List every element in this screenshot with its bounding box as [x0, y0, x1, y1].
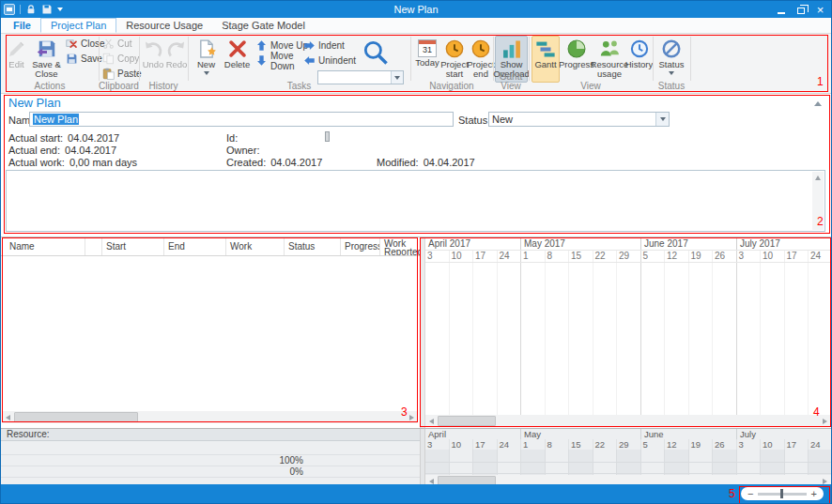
task-grid: Name Start End Work Status Progress Work…	[1, 237, 420, 428]
column-header-work[interactable]: Work	[226, 238, 285, 255]
resource-usage-view-button[interactable]: Resource usage	[593, 36, 625, 83]
description-field[interactable]	[6, 170, 825, 232]
tab-stage-gate-model[interactable]: Stage Gate Model	[212, 18, 315, 33]
name-input[interactable]: New Plan	[29, 112, 454, 127]
restore-button[interactable]	[791, 1, 810, 18]
save-and-close-button[interactable]: Save & Close	[30, 36, 63, 83]
scroll-up-icon[interactable]	[815, 176, 821, 180]
history-view-button[interactable]: History	[626, 36, 652, 83]
description-scrollbar[interactable]	[812, 172, 824, 230]
column-header-icon[interactable]	[85, 238, 102, 255]
collapse-panel-icon[interactable]	[814, 101, 822, 106]
resource-row-line	[425, 462, 831, 463]
actual-work-value: 0,00 man days	[69, 157, 137, 168]
qat-dropdown-icon[interactable]	[57, 8, 63, 11]
column-header-start[interactable]: Start	[102, 238, 164, 255]
tab-project-plan[interactable]: Project Plan	[40, 18, 116, 33]
actual-work-label: Actual work:	[8, 157, 65, 168]
gantt-timeline-body[interactable]	[425, 263, 831, 415]
zoom-slider-thumb[interactable]	[780, 489, 783, 498]
today-label: Today	[415, 58, 439, 68]
scroll-right-icon[interactable]	[406, 411, 418, 423]
created-field: Created: 04.04.2017	[226, 157, 322, 168]
close-window-button[interactable]: ×	[810, 1, 830, 18]
gantt-grid-column	[450, 263, 474, 415]
resource-usage-view-label: Resource usage	[591, 60, 629, 79]
gantt-grid-column	[689, 263, 714, 415]
lock-icon[interactable]	[25, 4, 37, 15]
scroll-left-icon[interactable]	[2, 411, 14, 423]
quick-access-toolbar	[1, 1, 63, 18]
id-label: Id:	[226, 132, 238, 144]
group-label-gantt-view: Gantt View	[493, 72, 529, 91]
cut-label: Cut	[117, 38, 132, 49]
zoom-slider[interactable]	[758, 493, 806, 496]
gantt-grid-column	[425, 263, 450, 415]
id-field-icon	[325, 131, 330, 142]
gantt-hscrollbar[interactable]	[425, 415, 831, 427]
arrow-down-icon	[255, 54, 268, 67]
tab-resource-usage[interactable]: Resource Usage	[116, 18, 212, 33]
restore-icon	[797, 8, 805, 14]
resource-area: Resource: 100% 0% April May June July 3 …	[1, 428, 831, 486]
resource-week: 3	[425, 439, 450, 450]
new-task-button[interactable]: New	[192, 36, 221, 83]
today-button[interactable]: 31 Today	[414, 36, 440, 83]
gantt-grid-column	[569, 263, 593, 415]
statusbar: − +	[1, 484, 831, 503]
resource-week: 24	[498, 439, 522, 450]
page-title: New Plan	[8, 96, 61, 110]
progress-view-button[interactable]: Progress	[561, 36, 593, 83]
column-header-progress[interactable]: Progress	[341, 238, 380, 255]
delete-task-button[interactable]: Delete	[223, 36, 252, 83]
resource-header: Resource:	[1, 429, 420, 441]
owner-label: Owner:	[226, 145, 259, 156]
task-grid-hscrollbar[interactable]	[2, 411, 418, 423]
paste-button[interactable]: Paste	[100, 67, 138, 81]
undo-label: Undo	[143, 60, 164, 69]
gantt-chart: April 2017 May 2017 June 2017 July 2017 …	[425, 237, 831, 428]
project-end-button[interactable]: Project end	[469, 36, 493, 83]
project-start-button[interactable]: Project start	[441, 36, 468, 83]
scroll-left-icon[interactable]	[425, 415, 438, 427]
history-clock-icon	[629, 38, 650, 59]
zoom-in-button[interactable]: +	[811, 488, 817, 500]
zoom-out-button[interactable]: −	[747, 488, 753, 500]
column-header-status[interactable]: Status	[285, 238, 341, 255]
app-icon[interactable]	[4, 4, 15, 15]
created-label: Created:	[226, 157, 266, 168]
owner-field: Owner:	[226, 145, 259, 156]
close-plan-button[interactable]: Close	[64, 37, 99, 51]
status-combobox[interactable]: New	[488, 112, 670, 127]
gantt-view-label: Gantt	[534, 60, 556, 69]
search-icon[interactable]	[362, 39, 389, 66]
scrollbar-thumb[interactable]	[438, 416, 496, 426]
column-header-end[interactable]: End	[164, 238, 226, 255]
unindent-button[interactable]: Unindent	[301, 53, 356, 68]
group-label-tasks: Tasks	[188, 82, 410, 91]
save-icon[interactable]	[41, 4, 53, 15]
gantt-grid-column	[785, 263, 809, 415]
resource-month: July	[737, 429, 832, 439]
status-combo-dropdown[interactable]	[655, 113, 669, 126]
indent-button[interactable]: Indent	[301, 38, 356, 53]
name-value: New Plan	[33, 114, 79, 125]
gantt-week: 29	[617, 251, 641, 262]
resource-month: May	[521, 429, 641, 439]
scroll-right-icon[interactable]	[819, 415, 831, 427]
column-header-work-reported[interactable]: Work Reported	[380, 238, 420, 255]
gantt-view-button[interactable]: Gantt	[532, 36, 560, 83]
save-button[interactable]: Save	[64, 52, 99, 66]
calendar-day: 31	[419, 44, 436, 55]
gantt-grid-column	[473, 263, 498, 415]
scrollbar-thumb[interactable]	[14, 412, 138, 422]
titlebar: New Plan ×	[1, 1, 831, 18]
minimize-button[interactable]	[771, 1, 791, 18]
column-header-name[interactable]: Name	[1, 238, 85, 255]
status-button[interactable]: Status	[655, 36, 687, 83]
project-end-label: Project end	[467, 60, 495, 79]
gantt-week: 5	[641, 251, 666, 262]
arrow-left-icon	[303, 54, 316, 67]
gantt-week: 3	[737, 251, 762, 262]
tab-file[interactable]: File	[4, 18, 40, 33]
